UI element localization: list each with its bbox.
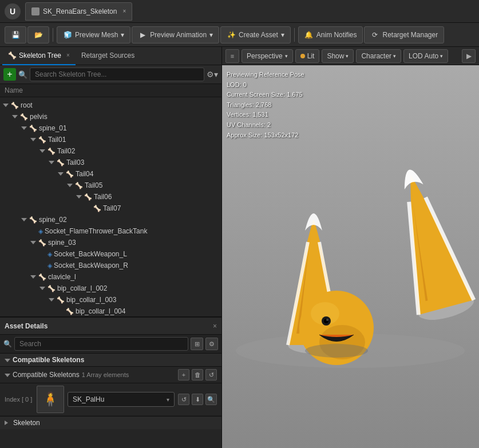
skeleton-browse-button[interactable]: 🔍	[205, 394, 217, 405]
tree-node-clavicle-l[interactable]: 🦴 clavicle_l	[0, 271, 221, 283]
lit-button[interactable]: Lit	[295, 49, 320, 63]
bone-icon-tail03: 🦴	[57, 159, 65, 166]
search-settings-icon[interactable]: ⚙▾	[207, 70, 218, 79]
retarget-manager-button[interactable]: ⟳ Retarget Manager	[364, 26, 444, 43]
tree-name-header: Name	[0, 84, 221, 97]
viewport-canvas[interactable]: Previewing Reference Pose LOD: 0 Current…	[222, 65, 479, 448]
character-button[interactable]: Character ▾	[356, 49, 401, 63]
tree-node-spine02[interactable]: 🦴 spine_02	[0, 214, 221, 225]
toolbar-separator-1	[53, 28, 53, 42]
tree-node-root[interactable]: 🦴 root	[0, 100, 221, 111]
create-asset-button[interactable]: ✨ Create Asset ▾	[220, 26, 291, 43]
retarget-manager-icon: ⟳	[370, 30, 379, 39]
anim-notifies-icon: 🔔	[304, 30, 314, 39]
node-label-spine01: spine_01	[39, 124, 67, 132]
preview-mesh-label: Preview Mesh	[75, 31, 118, 39]
lod-chevron-icon: ▾	[440, 53, 443, 59]
bone-icon-clavicle-l: 🦴	[38, 273, 46, 281]
expand-icon-collar-l-002	[39, 285, 46, 292]
node-label-socket-backweapon-r: Socket_BackWeapon_R	[54, 261, 128, 269]
toolbar-separator-2	[294, 28, 295, 42]
bone-icon-collar-l-002: 🦴	[47, 285, 56, 292]
tree-node-pelvis[interactable]: 🦴 pelvis	[0, 111, 221, 122]
skeleton-tab-close[interactable]: ×	[122, 8, 126, 14]
tree-node-socket-backweapon-l[interactable]: ◈ Socket_BackWeapon_L	[0, 248, 221, 260]
preview-mesh-button[interactable]: 🧊 Preview Mesh ▾	[57, 26, 130, 43]
tree-node-tail03[interactable]: 🦴 Tail03	[0, 157, 221, 168]
asset-search-input[interactable]	[14, 337, 188, 351]
skeleton-figure-icon: 🧍	[42, 391, 59, 407]
lod-button[interactable]: LOD Auto ▾	[403, 49, 448, 63]
expand-icon-tail06	[76, 193, 82, 200]
show-button[interactable]: Show ▾	[322, 49, 354, 63]
open-button[interactable]: 📂	[27, 26, 49, 43]
tree-node-collar-l-004[interactable]: 🦴 bip_collar_l_004	[0, 306, 221, 316]
asset-search-icon: 🔍	[3, 340, 12, 348]
tree-node-tail04[interactable]: 🦴 Tail04	[0, 168, 221, 180]
bone-icon-collar-l-003: 🦴	[57, 296, 65, 304]
skeleton-reset-button[interactable]: ↺	[178, 394, 189, 405]
expand-icon-spine01	[21, 125, 27, 132]
tab-retarget-sources[interactable]: Retarget Sources	[76, 47, 140, 65]
expand-icon-tail05	[66, 182, 73, 189]
viewport-menu-button[interactable]: ≡	[225, 49, 239, 63]
main-toolbar: 💾 📂 🧊 Preview Mesh ▾ ▶ Preview Animation…	[0, 23, 479, 47]
tree-node-tail01[interactable]: 🦴 Tail01	[0, 134, 221, 145]
character-chevron-icon: ▾	[393, 53, 396, 59]
right-mesh	[382, 162, 477, 325]
search-input[interactable]	[30, 68, 204, 81]
tree-node-spine01[interactable]: 🦴 spine_01	[0, 122, 221, 134]
expand-icon-collar-l-004	[57, 308, 64, 315]
node-label-collar-l-003: bip_collar_l_003	[66, 296, 116, 304]
save-button[interactable]: 💾	[5, 26, 26, 43]
node-label-tail05: Tail05	[85, 181, 102, 189]
skeleton-expand-icon[interactable]	[5, 420, 11, 426]
skeleton-tab[interactable]: SK_RenaEars_Skeleton ×	[25, 2, 132, 21]
tree-node-socket-flamethrower[interactable]: ◈ Socket_FlameThrower_BackTank	[0, 225, 221, 237]
tree-node-tail06[interactable]: 🦴 Tail06	[0, 191, 221, 203]
delete-element-button[interactable]: 🗑	[192, 369, 203, 380]
skeleton-dropdown[interactable]: SK_PalHu ▾	[68, 392, 175, 407]
expand-icon-spine03	[30, 239, 37, 246]
bone-icon-spine01: 🦴	[29, 125, 37, 132]
tree-node-tail05[interactable]: 🦴 Tail05	[0, 180, 221, 191]
create-asset-chevron: ▾	[281, 31, 284, 39]
preview-animation-label: Preview Animation	[150, 31, 207, 39]
skeleton-tree-tab-label: Skeleton Tree	[19, 51, 61, 60]
anim-notifies-button[interactable]: 🔔 Anim Notifies	[298, 26, 363, 43]
anim-notifies-label: Anim Notifies	[316, 31, 357, 39]
expand-icon-collar-l-003	[48, 296, 55, 303]
skeleton-dropdown-label: SK_PalHu	[73, 395, 167, 403]
tree-node-collar-l-002[interactable]: 🦴 bip_collar_l_002	[0, 283, 221, 294]
bone-icon-tail01: 🦴	[38, 136, 46, 144]
compatible-section-expand[interactable]	[5, 357, 10, 363]
preview-animation-icon: ▶	[138, 30, 147, 39]
play-button[interactable]: ▶	[462, 49, 476, 63]
add-element-button[interactable]: +	[178, 369, 189, 380]
add-bone-button[interactable]: +	[3, 68, 16, 81]
asset-details-close-button[interactable]: ×	[213, 322, 217, 330]
character-label: Character	[361, 52, 391, 60]
tree-node-spine03[interactable]: 🦴 spine_03	[0, 237, 221, 248]
skeleton-tree-tab-close[interactable]: ×	[66, 52, 70, 58]
settings-button[interactable]: ⚙	[205, 338, 218, 350]
bone-icon-collar-l-004: 🦴	[66, 308, 74, 315]
expand-icon-tail01	[30, 136, 37, 143]
retarget-sources-tab-label: Retarget Sources	[81, 51, 134, 60]
tree-node-collar-l-003[interactable]: 🦴 bip_collar_l_003	[0, 294, 221, 306]
compatible-subheader-expand[interactable]	[5, 372, 10, 378]
grid-view-button[interactable]: ⊞	[191, 338, 203, 350]
tab-skeleton-tree[interactable]: 🦴 Skeleton Tree ×	[2, 47, 76, 65]
tree-node-socket-backweapon-r[interactable]: ◈ Socket_BackWeapon_R	[0, 260, 221, 271]
tree-node-tail07[interactable]: 🦴 Tail07	[0, 203, 221, 214]
show-chevron-icon: ▾	[346, 53, 349, 59]
asset-search-icons: ⊞ ⚙	[191, 338, 218, 350]
expand-icon-tail03	[48, 159, 55, 166]
tree-node-tail02[interactable]: 🦴 Tail02	[0, 145, 221, 157]
compatible-section-label: Compatible Skeletons	[13, 356, 84, 364]
reset-element-button[interactable]: ↺	[205, 369, 217, 380]
preview-animation-button[interactable]: ▶ Preview Animation ▾	[132, 26, 219, 43]
perspective-button[interactable]: Perspective ▾	[242, 49, 293, 63]
skeleton-link-button[interactable]: ⬇	[192, 394, 203, 405]
expand-icon-root	[2, 102, 9, 109]
